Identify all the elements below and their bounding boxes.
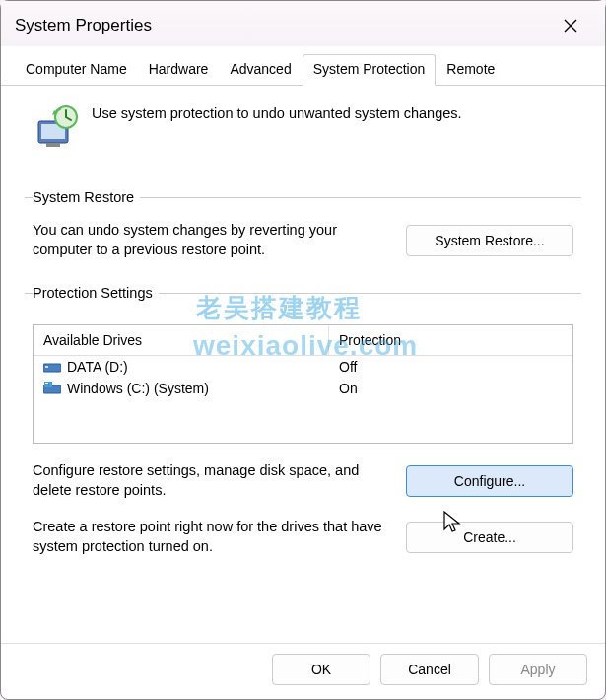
tab-remote[interactable]: Remote	[436, 54, 505, 86]
system-restore-group: System Restore You can undo system chang…	[25, 189, 581, 271]
system-drive-icon	[43, 382, 61, 395]
tab-content: Use system protection to undo unwanted s…	[1, 86, 605, 643]
table-row[interactable]: DATA (D:) Off	[34, 356, 572, 378]
titlebar: System Properties	[1, 1, 605, 46]
system-properties-window: System Properties Computer Name Hardware…	[0, 0, 606, 700]
header-protection[interactable]: Protection	[329, 325, 572, 355]
drive-name: Windows (C:) (System)	[67, 381, 209, 396]
drives-body: DATA (D:) Off Windows (C:) (System) On	[34, 356, 572, 443]
system-protection-icon	[33, 104, 80, 154]
cancel-button[interactable]: Cancel	[380, 654, 479, 685]
configure-button[interactable]: Configure...	[406, 465, 573, 497]
header-available-drives[interactable]: Available Drives	[34, 325, 329, 355]
apply-button[interactable]: Apply	[489, 654, 587, 685]
drive-icon	[43, 360, 61, 374]
drive-name: DATA (D:)	[67, 359, 128, 375]
tab-hardware[interactable]: Hardware	[138, 54, 220, 86]
intro-row: Use system protection to undo unwanted s…	[25, 98, 581, 175]
dialog-footer: OK Cancel Apply	[1, 643, 605, 699]
tab-advanced[interactable]: Advanced	[219, 54, 302, 86]
close-button[interactable]	[550, 11, 591, 40]
close-icon	[564, 19, 577, 33]
intro-text: Use system protection to undo unwanted s…	[92, 104, 462, 121]
tab-system-protection[interactable]: System Protection	[303, 54, 437, 86]
drives-header: Available Drives Protection	[34, 325, 572, 356]
tabs: Computer Name Hardware Advanced System P…	[1, 54, 605, 86]
drives-table: Available Drives Protection DATA (D:) Of…	[33, 324, 573, 444]
tab-computer-name[interactable]: Computer Name	[15, 54, 138, 86]
ok-button[interactable]: OK	[272, 654, 370, 685]
svg-rect-6	[45, 366, 48, 368]
drive-protection: Off	[329, 356, 572, 378]
drive-protection: On	[329, 378, 572, 399]
svg-rect-9	[45, 383, 48, 384]
table-row[interactable]: Windows (C:) (System) On	[34, 378, 572, 399]
configure-text: Configure restore settings, manage disk …	[33, 461, 388, 500]
svg-rect-10	[45, 385, 50, 385]
svg-rect-2	[46, 143, 60, 147]
window-title: System Properties	[15, 16, 152, 35]
protection-settings-group: Protection Settings Available Drives Pro…	[25, 285, 581, 568]
create-text: Create a restore point right now for the…	[33, 518, 388, 556]
system-restore-legend: System Restore	[33, 189, 140, 205]
protection-settings-legend: Protection Settings	[33, 285, 159, 301]
system-restore-button[interactable]: System Restore...	[406, 225, 573, 256]
system-restore-text: You can undo system changes by reverting…	[33, 221, 386, 259]
create-button[interactable]: Create...	[406, 522, 573, 553]
